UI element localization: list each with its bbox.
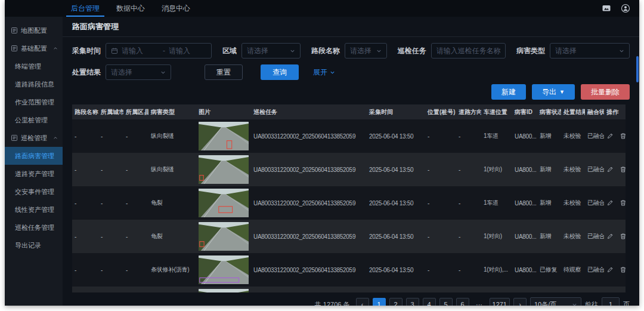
table-row: - - - 纵向裂缝 UA800331220002_20250604133852… <box>72 153 626 186</box>
delete-icon[interactable] <box>620 133 626 140</box>
topbar-tab[interactable]: 后台管理 <box>63 0 108 17</box>
cell-disease-id: UA800... <box>512 153 537 186</box>
page-number-button[interactable]: 4 <box>423 298 436 306</box>
search-button[interactable]: 查询 <box>261 64 299 80</box>
sidebar-item[interactable]: 终端管理 <box>5 57 63 75</box>
column-header: 采集时间 <box>367 104 425 119</box>
sidebar-item[interactable]: 线性资产管理 <box>5 201 63 218</box>
table-header-row: 路段名称所属城市所属区县病害类型图片巡检任务采集时间位置(桩号)道路方向车道位置… <box>72 104 626 119</box>
menu-icon <box>11 27 18 34</box>
sidebar-item[interactable]: 道路资产管理 <box>5 165 63 183</box>
cell-operations <box>604 287 626 292</box>
collect-time-range-picker[interactable]: - <box>106 43 212 58</box>
topbar-tab[interactable]: 数据中心 <box>108 0 153 17</box>
cell-position: - <box>425 153 456 186</box>
road-photo-thumbnail[interactable] <box>199 189 249 217</box>
sidebar-item[interactable]: 巡检管理 <box>5 129 63 147</box>
topbar-tab[interactable]: 消息中心 <box>153 0 199 17</box>
sidebar-item[interactable]: 交安事件管理 <box>5 183 63 201</box>
page-number-button[interactable]: 5 <box>439 298 453 306</box>
cell-fusion <box>585 287 604 292</box>
chevron-down-icon <box>619 48 624 54</box>
cell-status: 新增 <box>537 153 561 186</box>
chevron-down-icon <box>290 48 295 54</box>
start-date-input[interactable] <box>122 47 159 55</box>
edit-icon[interactable] <box>606 233 614 240</box>
column-header: 处置结果 <box>561 104 585 119</box>
sidebar-item[interactable]: 作业范围管理 <box>5 93 63 111</box>
sidebar-item[interactable]: 道路路段信息 <box>5 75 63 93</box>
column-header: 融合状态 <box>585 104 604 119</box>
app-window: 后台管理 数据中心 消息中心 地图配置 基础配置 终端管理 <box>5 0 639 306</box>
filter-bar: 采集时间 - 区域 请选择 路段名称 <box>63 37 639 81</box>
cell-direction: - <box>456 153 481 186</box>
disease-type-select[interactable]: 请选择 <box>550 43 630 58</box>
sidebar-item[interactable]: 地图配置 <box>5 21 63 39</box>
user-avatar-icon[interactable] <box>620 3 631 14</box>
cell-city: - <box>98 153 123 186</box>
cell-county: - <box>123 186 148 220</box>
prev-page-button[interactable]: ‹ <box>356 298 369 306</box>
sidebar-item[interactable]: 公里桩管理 <box>5 111 63 129</box>
cell-direction: - <box>456 186 481 220</box>
expand-link[interactable]: 展开 <box>313 67 335 78</box>
column-header: 图片 <box>196 104 251 119</box>
road-photo-thumbnail[interactable] <box>199 255 249 284</box>
edit-icon[interactable] <box>606 133 614 140</box>
cell-disease-type: 纵向裂缝 <box>148 119 196 153</box>
edit-icon[interactable] <box>606 166 614 173</box>
sidebar-item[interactable]: 导出记录 <box>5 236 63 254</box>
page-ellipsis[interactable]: ··· <box>473 298 486 306</box>
end-date-input[interactable] <box>169 47 206 55</box>
road-name-label: 路段名称 <box>311 46 340 56</box>
next-page-button[interactable]: › <box>513 298 527 306</box>
cell-city: - <box>98 220 123 253</box>
sidebar-item[interactable]: 基础配置 <box>5 39 63 57</box>
goto-page-input[interactable] <box>602 297 620 306</box>
create-button[interactable]: 新建 <box>491 84 526 100</box>
sidebar-item-label: 巡检任务管理 <box>15 223 54 232</box>
sidebar-item[interactable]: 巡检任务管理 <box>5 218 63 236</box>
region-placeholder: 请选择 <box>247 46 268 56</box>
page-size-select[interactable]: 10条/页 <box>530 297 581 306</box>
cell-fusion: 已融合 <box>585 220 604 253</box>
cell-collect-time: 2025-06-04 13:50 <box>367 153 425 186</box>
cell-status: 新增 <box>537 220 561 253</box>
road-photo-thumbnail[interactable] <box>199 222 249 251</box>
page-number-button[interactable]: 1 <box>373 298 386 306</box>
page-number-button[interactable]: 2 <box>389 298 402 306</box>
region-select[interactable]: 请选择 <box>242 43 301 58</box>
result-select[interactable]: 请选择 <box>106 64 171 80</box>
delete-icon[interactable] <box>620 233 626 240</box>
delete-icon[interactable] <box>620 199 626 207</box>
cell-county <box>123 287 148 292</box>
page-number-button[interactable]: 6 <box>456 298 469 306</box>
chevron-up-icon <box>53 136 58 140</box>
column-header: 巡检任务 <box>251 104 367 119</box>
sidebar-item-label: 地图配置 <box>21 26 47 35</box>
page-number-button[interactable]: 3 <box>406 298 419 306</box>
main-content: 路面病害管理 采集时间 - 区域 请选择 <box>63 17 639 306</box>
sidebar-item[interactable]: 路面病害管理 <box>5 147 63 165</box>
road-photo-thumbnail[interactable] <box>199 155 249 184</box>
cell-fusion: 已融合 <box>585 153 604 186</box>
cell-photo <box>196 287 251 292</box>
result-placeholder: 请选择 <box>111 67 132 78</box>
cell-fusion: 已融合 <box>585 186 604 220</box>
reset-button[interactable]: 重置 <box>205 64 243 80</box>
export-button[interactable]: 导出▼ <box>532 84 575 100</box>
page-number-button[interactable]: 1271 <box>490 298 510 306</box>
cell-city: - <box>98 186 123 220</box>
edit-icon[interactable] <box>606 266 614 273</box>
road-photo-thumbnail[interactable] <box>199 122 249 150</box>
vertical-scrollbar-thumb[interactable] <box>636 56 639 82</box>
table-row: - - - 条状修补(沥青) UA800331220002_2025060413… <box>72 253 626 287</box>
delete-icon[interactable] <box>620 166 626 173</box>
batch-delete-button[interactable]: 批量删除 <box>581 84 630 100</box>
road-name-select[interactable]: 请选择 <box>345 43 387 58</box>
screen-monitor-icon[interactable] <box>601 3 612 14</box>
road-photo-thumbnail[interactable] <box>199 289 249 292</box>
edit-icon[interactable] <box>606 199 614 207</box>
delete-icon[interactable] <box>620 266 626 273</box>
task-name-input[interactable] <box>436 47 500 55</box>
